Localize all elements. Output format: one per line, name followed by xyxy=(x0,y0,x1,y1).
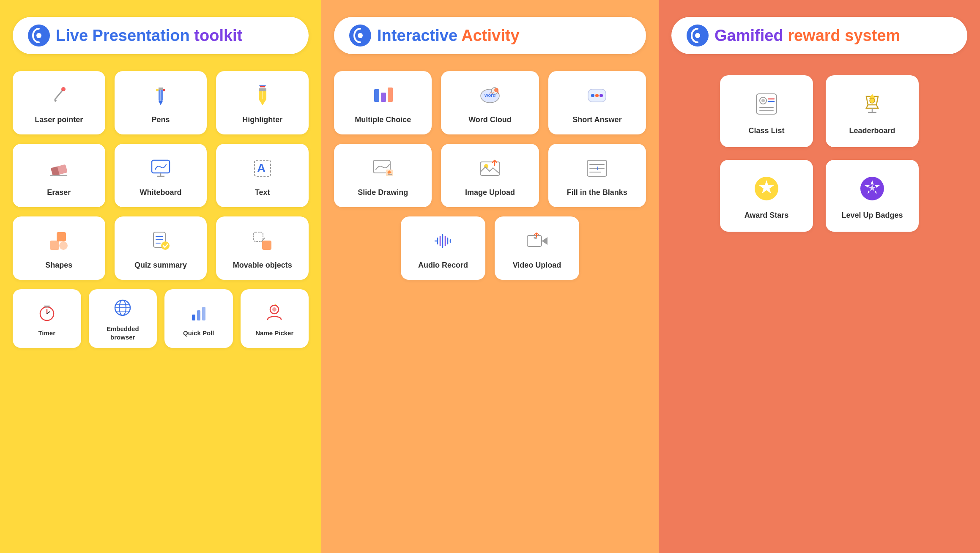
svg-point-29 xyxy=(161,241,170,250)
svg-rect-31 xyxy=(262,241,271,250)
award-stars-card[interactable]: Award Stars xyxy=(720,160,813,232)
activity-row-3: Audio Record Video Upload xyxy=(334,216,646,280)
image-upload-icon-area xyxy=(476,155,504,182)
highlighter-card[interactable]: Highlighter xyxy=(216,71,309,134)
svg-rect-42 xyxy=(192,315,195,320)
fill-in-blanks-icon-area xyxy=(583,155,610,182)
movable-objects-icon-area xyxy=(249,227,276,255)
svg-point-1 xyxy=(36,33,41,38)
multiple-choice-card[interactable]: Multiple Choice xyxy=(334,71,432,134)
quiz-summary-label: Quiz summary xyxy=(134,260,187,270)
shapes-icon-area xyxy=(45,227,72,255)
quiz-summary-card[interactable]: Quiz summary xyxy=(115,216,207,280)
image-upload-card[interactable]: Image Upload xyxy=(441,144,539,207)
interactive-activity-header: Interactive Activity xyxy=(334,17,646,54)
svg-point-48 xyxy=(358,33,363,38)
slide-drawing-card[interactable]: Slide Drawing xyxy=(334,144,432,207)
class-list-card[interactable]: Class List xyxy=(720,75,813,147)
laser-pointer-icon-area xyxy=(45,82,72,109)
pens-card[interactable]: Pens xyxy=(115,71,207,134)
svg-text:A: A xyxy=(257,162,266,175)
svg-rect-44 xyxy=(202,307,205,320)
live-presentation-header: Live Presentation toolkit xyxy=(13,17,309,54)
coral-panel: Gamified reward system Class List xyxy=(659,0,980,553)
leaderboard-icon-area xyxy=(857,89,887,119)
shapes-card[interactable]: Shapes xyxy=(13,216,105,280)
name-picker-card[interactable]: Name Picker xyxy=(241,289,309,348)
svg-rect-43 xyxy=(197,310,200,320)
svg-rect-12 xyxy=(259,88,266,91)
movable-objects-card[interactable]: Movable objects xyxy=(216,216,309,280)
level-up-badges-icon-area xyxy=(857,173,887,204)
pens-label: Pens xyxy=(151,115,170,125)
eraser-card[interactable]: Eraser xyxy=(13,144,105,207)
svg-rect-23 xyxy=(50,241,59,250)
slide-drawing-label: Slide Drawing xyxy=(358,188,408,197)
level-up-badges-label: Level Up Badges xyxy=(841,211,903,220)
multiple-choice-label: Multiple Choice xyxy=(355,115,411,125)
text-card[interactable]: A Text xyxy=(216,144,309,207)
short-answer-icon-area xyxy=(583,82,610,109)
highlighter-label: Highlighter xyxy=(242,115,282,125)
fill-in-blanks-card[interactable]: Fill in the Blanks xyxy=(548,144,646,207)
tools-row-4: Timer Embedded browser xyxy=(13,289,309,348)
whiteboard-icon-area xyxy=(147,155,174,182)
svg-rect-22 xyxy=(57,232,66,241)
leaderboard-card[interactable]: Leaderboard xyxy=(826,75,919,147)
svg-point-85 xyxy=(761,99,765,102)
gamified-reward-header: Gamified reward system xyxy=(671,17,967,54)
svg-marker-5 xyxy=(159,101,163,105)
audio-record-label: Audio Record xyxy=(418,260,468,270)
eraser-label: Eraser xyxy=(47,188,71,197)
embedded-browser-card[interactable]: Embedded browser xyxy=(89,289,157,348)
word-cloud-label: Word Cloud xyxy=(468,115,512,125)
whiteboard-card[interactable]: Whiteboard xyxy=(115,144,207,207)
svg-point-9 xyxy=(156,89,159,91)
svg-marker-80 xyxy=(542,237,547,245)
svg-point-8 xyxy=(163,89,165,91)
svg-rect-24 xyxy=(59,241,68,250)
whiteboard-label: Whiteboard xyxy=(140,188,182,197)
text-icon-area: A xyxy=(249,155,276,182)
word-cloud-card[interactable]: word cloud Word Cloud xyxy=(441,71,539,134)
svg-point-92 xyxy=(870,98,875,103)
svg-point-3 xyxy=(62,88,65,90)
video-upload-icon-area xyxy=(523,227,550,255)
laser-pointer-label: Laser pointer xyxy=(35,115,83,125)
pens-icon-area xyxy=(147,82,174,109)
timer-label: Timer xyxy=(38,329,55,337)
svg-rect-6 xyxy=(159,88,163,90)
quick-poll-card[interactable]: Quick Poll xyxy=(164,289,233,348)
classpoint-logo-icon-2 xyxy=(349,25,371,47)
tools-row-1: Laser pointer Pens xyxy=(13,71,309,134)
tools-row-2: Eraser Whiteboard xyxy=(13,144,309,207)
svg-point-46 xyxy=(272,307,276,312)
short-answer-card[interactable]: Short Answer xyxy=(548,71,646,134)
classpoint-logo-icon xyxy=(28,25,50,47)
image-upload-label: Image Upload xyxy=(465,188,515,197)
eraser-icon-area xyxy=(45,155,72,182)
leaderboard-label: Leaderboard xyxy=(849,126,895,136)
laser-pointer-card[interactable]: Laser pointer xyxy=(13,71,105,134)
svg-rect-49 xyxy=(374,89,379,102)
quiz-summary-icon-area xyxy=(147,227,174,255)
svg-point-59 xyxy=(595,94,599,97)
timer-card[interactable]: Timer xyxy=(13,289,81,348)
class-list-icon-area xyxy=(751,89,782,119)
reward-grid: Class List Leaderboard xyxy=(720,75,919,232)
orange-panel: Interactive Activity Multiple Choice xyxy=(321,0,659,553)
shapes-label: Shapes xyxy=(45,260,72,270)
award-stars-label: Award Stars xyxy=(745,211,789,220)
audio-record-card[interactable]: Audio Record xyxy=(401,216,485,280)
svg-rect-51 xyxy=(388,88,393,102)
award-stars-icon-area xyxy=(751,173,782,204)
level-up-badges-card[interactable]: Level Up Badges xyxy=(826,160,919,232)
movable-objects-label: Movable objects xyxy=(233,260,292,270)
quick-poll-label: Quick Poll xyxy=(183,329,214,337)
activity-row-2: Slide Drawing Image Upload xyxy=(334,144,646,207)
highlighter-icon-area xyxy=(249,82,276,109)
svg-rect-30 xyxy=(254,232,263,241)
svg-marker-11 xyxy=(259,99,266,105)
video-upload-card[interactable]: Video Upload xyxy=(495,216,579,280)
gamified-reward-title: Gamified reward system xyxy=(714,27,900,45)
